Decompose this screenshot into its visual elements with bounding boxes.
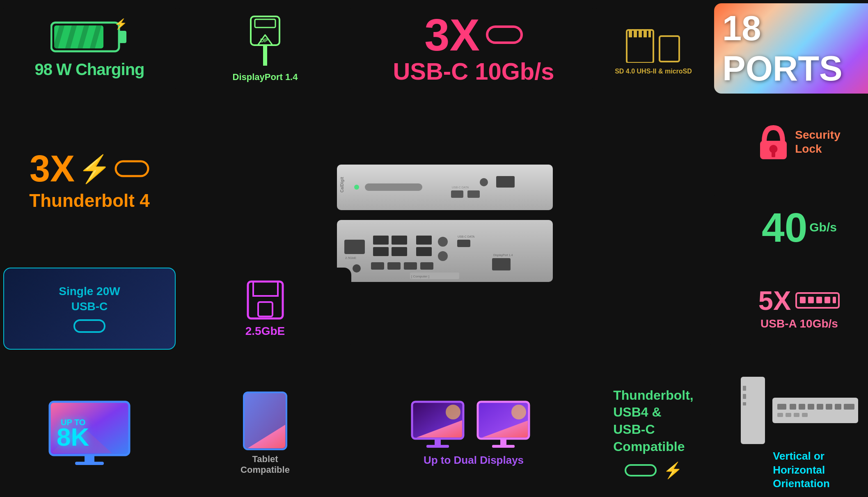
svg-rect-18 xyxy=(639,30,642,37)
monitor-8k-icon: UP TO 8K xyxy=(48,401,131,466)
displayport-icon: DP xyxy=(249,14,282,68)
svg-rect-108 xyxy=(786,413,791,417)
svg-rect-47 xyxy=(404,262,417,270)
svg-rect-10 xyxy=(255,19,275,27)
svg-rect-90 xyxy=(426,445,449,448)
security-lock-card: Security Lock xyxy=(714,97,868,187)
thunderbolt-multiplier: 3X xyxy=(30,150,75,187)
svg-rect-40 xyxy=(416,247,432,256)
svg-rect-98 xyxy=(772,398,858,423)
svg-rect-39 xyxy=(416,236,432,245)
svg-rect-20 xyxy=(648,30,651,37)
usba-icon xyxy=(795,292,840,309)
svg-rect-48 xyxy=(420,262,433,270)
security-label-line1: Security xyxy=(795,128,841,142)
vertical-device-icon xyxy=(740,376,766,445)
compat-usbc-icon xyxy=(624,464,657,477)
svg-text:[ Computer ]: [ Computer ] xyxy=(411,275,429,278)
svg-rect-105 xyxy=(835,404,841,410)
svg-rect-72 xyxy=(75,462,104,465)
svg-rect-110 xyxy=(802,413,808,417)
dual-label: Up to Dual Displays xyxy=(424,454,524,467)
svg-rect-22 xyxy=(116,161,148,176)
sd-label: SD 4.0 UHS-II & microSD xyxy=(615,68,692,75)
18-ports-card: 18 PORTS xyxy=(714,3,868,94)
20w-usbc-icon xyxy=(73,319,106,333)
displayport-label: DisplayPort 1.4 xyxy=(233,72,298,82)
ports-label: 18 PORTS xyxy=(722,8,868,89)
svg-rect-45 xyxy=(371,262,384,270)
displayport-card: DP DisplayPort 1.4 xyxy=(179,3,351,94)
usbc-3x-card: 3X USB-C 10Gb/s xyxy=(355,3,593,94)
svg-rect-102 xyxy=(808,404,814,410)
svg-rect-27 xyxy=(496,176,515,188)
40gb-number: 40 xyxy=(762,207,807,248)
svg-rect-97 xyxy=(743,402,746,405)
svg-rect-56 xyxy=(772,151,775,157)
dual-display-card: Up to Dual Displays xyxy=(355,353,593,497)
device-back-icon: 2.5GbE USB-C DATA DisplayPort 1.4 xyxy=(336,219,554,283)
usbc-icon xyxy=(486,25,523,44)
svg-rect-19 xyxy=(644,30,647,37)
40gbps-card: 40 Gb/s xyxy=(714,190,868,264)
thunderbolt-label: Thunderbolt 4 xyxy=(29,190,149,211)
svg-rect-37 xyxy=(392,236,407,245)
20w-label: Single 20WUSB-C xyxy=(59,284,120,314)
svg-point-84 xyxy=(446,405,460,419)
svg-rect-17 xyxy=(634,30,637,37)
ethernet-card: 2.5GbE xyxy=(179,268,351,350)
svg-rect-26 xyxy=(365,183,422,191)
svg-rect-38 xyxy=(392,247,407,256)
svg-rect-36 xyxy=(373,247,389,256)
usba-label: USB-A 10Gb/s xyxy=(760,317,838,330)
svg-rect-107 xyxy=(777,413,783,417)
svg-rect-33 xyxy=(344,240,365,254)
compat-bolt-icon: ⚡ xyxy=(663,461,682,479)
svg-rect-14 xyxy=(487,27,522,43)
svg-rect-109 xyxy=(794,413,799,417)
40gb-unit: Gb/s xyxy=(809,220,837,234)
svg-point-88 xyxy=(511,405,526,419)
svg-rect-50 xyxy=(492,258,511,270)
dual-monitors-icon xyxy=(410,400,537,449)
svg-text:CalDigit: CalDigit xyxy=(340,177,344,192)
usba-5x-card: 5X USB-A 10Gb/s xyxy=(714,268,868,350)
svg-rect-60 xyxy=(258,302,273,316)
svg-rect-35 xyxy=(373,236,389,245)
svg-rect-46 xyxy=(387,262,401,270)
svg-point-49 xyxy=(353,264,361,273)
svg-rect-106 xyxy=(844,404,854,410)
usbc-label: USB-C 10Gb/s xyxy=(393,57,554,85)
svg-rect-89 xyxy=(435,439,441,445)
thunderbolt-card: 3X ⚡ Thunderbolt 4 xyxy=(3,97,176,264)
orientation-card: Vertical or Horizontal Orientation xyxy=(714,353,868,497)
battery-icon: ⚡ xyxy=(50,18,128,55)
svg-rect-63 xyxy=(808,297,814,303)
svg-rect-95 xyxy=(743,386,746,391)
svg-rect-100 xyxy=(790,404,796,410)
8k-card: UP TO 8K xyxy=(3,353,176,497)
svg-rect-13 xyxy=(263,45,267,66)
svg-point-25 xyxy=(354,185,359,190)
svg-point-28 xyxy=(480,178,488,186)
svg-rect-21 xyxy=(660,36,679,62)
svg-rect-91 xyxy=(500,439,506,445)
svg-rect-57 xyxy=(74,320,105,332)
svg-point-41 xyxy=(438,237,448,247)
ethernet-label: 2.5GbE xyxy=(245,325,285,338)
usba-multiplier: 5X xyxy=(758,287,791,314)
orientation-line3: Orientation xyxy=(773,477,830,491)
compat-line4: Compatible xyxy=(613,438,694,456)
tablet-label: TabletCompatible xyxy=(240,454,290,475)
svg-rect-99 xyxy=(777,404,786,410)
svg-text:DP: DP xyxy=(260,37,268,44)
svg-text:DisplayPort 1.4: DisplayPort 1.4 xyxy=(493,254,513,257)
svg-rect-66 xyxy=(833,297,836,303)
lock-icon xyxy=(758,124,789,160)
charging-card: ⚡ 98 W Charging xyxy=(3,3,176,94)
svg-rect-16 xyxy=(629,30,632,37)
sd-icon xyxy=(625,22,682,63)
svg-rect-59 xyxy=(253,282,278,296)
svg-rect-43 xyxy=(457,240,470,247)
tablet-compat-card: TabletCompatible xyxy=(179,353,351,497)
